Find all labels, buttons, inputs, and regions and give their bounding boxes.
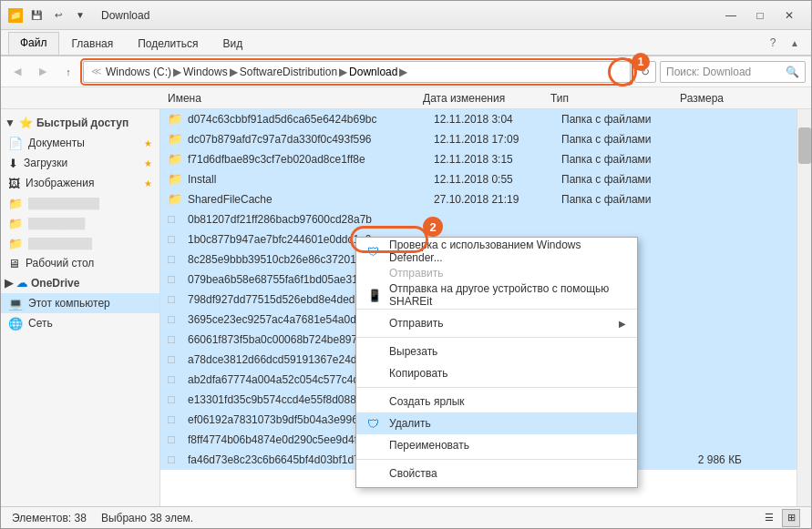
chevron-icon-2: ▶: [5, 277, 13, 290]
path-drive[interactable]: Windows (C:): [106, 66, 171, 78]
file-name: Install: [188, 173, 434, 186]
ctx-defender[interactable]: 🛡 Проверка с использованием Windows Defe…: [356, 240, 637, 262]
downloads-pin-icon: ★: [144, 158, 152, 168]
qat-undo-btn[interactable]: ↩: [48, 5, 68, 25]
scrollbar-thumb[interactable]: [798, 127, 811, 164]
ctx-copy[interactable]: Копировать: [356, 362, 637, 384]
minimize-button[interactable]: —: [716, 1, 745, 30]
list-view-btn[interactable]: ⊞: [782, 509, 800, 527]
folder-icon: 📁: [168, 152, 184, 166]
path-windows[interactable]: Windows: [183, 66, 228, 78]
sidebar-item-blurred3[interactable]: 📁 █████████: [1, 233, 159, 253]
file-generic-icon: □: [168, 432, 184, 446]
file-generic-icon: □: [168, 272, 184, 286]
ctx-delete[interactable]: 🛡 Удалить: [356, 412, 637, 434]
sidebar-item-network[interactable]: 🌐 Сеть: [1, 313, 159, 333]
ctx-send2[interactable]: Отправить ▶: [356, 312, 637, 334]
file-name: d074c63cbbf91ad5d6ca65e6424b69bc: [188, 113, 434, 126]
column-headers: Имена Дата изменения Тип Размера: [1, 87, 811, 109]
defender-icon: 🛡: [367, 245, 382, 259]
chevron-icon: ▼: [5, 117, 15, 129]
qat-save-btn[interactable]: 💾: [26, 5, 46, 25]
search-label: Поиск: Download: [666, 66, 751, 78]
ctx-send1[interactable]: Отправить: [356, 262, 637, 284]
file-type: Папка с файлами: [561, 113, 671, 126]
table-row[interactable]: 📁 Install 12.11.2018 0:55 Папка с файлам…: [160, 169, 797, 189]
folder-icon-3: 📁: [8, 237, 23, 250]
col-date[interactable]: Дата изменения: [416, 92, 543, 105]
forward-button[interactable]: ▶: [32, 61, 54, 83]
folder-icon-2: 📁: [8, 217, 23, 230]
ctx-sep1: [356, 309, 637, 310]
sidebar-item-desktop[interactable]: 🖥 Рабочий стол: [1, 253, 159, 273]
col-name[interactable]: Имена: [160, 92, 416, 105]
ctx-delete-label: Удалить: [389, 417, 431, 430]
file-generic-icon: □: [168, 232, 184, 246]
path-download[interactable]: Download: [349, 66, 397, 78]
search-box[interactable]: Поиск: Download 🔍: [660, 61, 806, 83]
table-row[interactable]: 📁 SharedFileCache 27.10.2018 21:19 Папка…: [160, 189, 797, 209]
annotation-2: 2: [423, 217, 443, 237]
col-size[interactable]: Размера: [653, 92, 735, 105]
ribbon-collapse-button[interactable]: ▲: [786, 34, 804, 52]
help-button[interactable]: ?: [764, 34, 782, 52]
sidebar-item-this-pc[interactable]: 💻 Этот компьютер: [1, 293, 159, 313]
sidebar-quick-access-header[interactable]: ▼ ⭐ Быстрый доступ: [1, 113, 159, 133]
path-softwaredist[interactable]: SoftwareDistribution: [240, 66, 337, 78]
sidebar-item-images[interactable]: 🖼 Изображения ★: [1, 173, 159, 193]
file-name: f71d6dfbae89c3cf7eb020ad8ce1ff8e: [188, 153, 434, 166]
file-date: 12.11.2018 17:09: [434, 133, 561, 146]
quick-access-toolbar: 💾 ↩ ▼: [26, 5, 90, 25]
window-controls: — □ ✕: [716, 1, 804, 30]
ctx-sep4: [356, 459, 637, 460]
folder-icon-1: 📁: [8, 197, 23, 210]
file-generic-icon: □: [168, 412, 184, 426]
ctx-arrow: ▶: [619, 319, 626, 329]
table-row[interactable]: □ 0b81207df21ff286bacb97600cd28a7b: [160, 209, 797, 229]
ctx-properties-label: Свойства: [389, 467, 437, 480]
file-date: 12.11.2018 3:04: [434, 113, 561, 126]
view-controls: ☰ ⊞: [760, 509, 800, 527]
ctx-send2-label: Отправить: [389, 317, 444, 330]
shareit-icon: 📱: [367, 289, 382, 302]
ctx-shortcut-label: Создать ярлык: [389, 395, 465, 408]
file-type: Папка с файлами: [561, 153, 671, 166]
ctx-shortcut[interactable]: Создать ярлык: [356, 391, 637, 412]
file-name: 0b81207df21ff286bacb97600cd28a7b: [188, 213, 434, 226]
tab-home[interactable]: Главная: [60, 33, 126, 55]
tab-view[interactable]: Вид: [211, 33, 254, 55]
ctx-properties[interactable]: Свойства: [356, 463, 637, 484]
sidebar-item-documents[interactable]: 📄 Документы ★: [1, 133, 159, 153]
file-date: 12.11.2018 0:55: [434, 173, 561, 186]
table-row[interactable]: 📁 d074c63cbbf91ad5d6ca65e6424b69bc 12.11…: [160, 109, 797, 129]
qat-menu-btn[interactable]: ▼: [70, 5, 90, 25]
col-type[interactable]: Тип: [543, 92, 653, 105]
sidebar-item-blurred1[interactable]: 📁 ██████████: [1, 193, 159, 213]
table-row[interactable]: 📁 f71d6dfbae89c3cf7eb020ad8ce1ff8e 12.11…: [160, 149, 797, 169]
downloads-label: Загрузки: [24, 157, 67, 169]
ctx-rename[interactable]: Переименовать: [356, 434, 637, 456]
maximize-button[interactable]: □: [745, 1, 775, 30]
ctx-shareit[interactable]: 📱 Отправка на другое устройство с помощь…: [356, 284, 637, 306]
ctx-rename-label: Переименовать: [389, 439, 469, 452]
tab-file[interactable]: Файл: [8, 32, 59, 55]
table-row[interactable]: 📁 dc07b879afd7c97a7da330f0c493f596 12.11…: [160, 129, 797, 149]
file-generic-icon: □: [168, 372, 184, 386]
back-button[interactable]: ◀: [6, 61, 28, 83]
file-type: Папка с файлами: [561, 173, 671, 186]
up-button[interactable]: ↑: [57, 61, 79, 83]
tab-share[interactable]: Поделиться: [126, 33, 210, 55]
sidebar-item-blurred2[interactable]: 📁 ████████: [1, 213, 159, 233]
ctx-cut[interactable]: Вырезать: [356, 341, 637, 362]
close-button[interactable]: ✕: [775, 1, 804, 30]
file-generic-icon: □: [168, 332, 184, 346]
scrollbar[interactable]: [797, 109, 811, 506]
sidebar-item-downloads[interactable]: ⬇ Загрузки ★: [1, 153, 159, 173]
address-box[interactable]: ≪ Windows (C:) ▶ Windows ▶ SoftwareDistr…: [83, 61, 631, 83]
context-menu: 🛡 Проверка с использованием Windows Defe…: [355, 237, 638, 488]
folder-icon: 📁: [168, 112, 184, 126]
file-generic-icon: □: [168, 453, 184, 466]
details-view-btn[interactable]: ☰: [760, 509, 778, 527]
title-folder-icon: 📁: [8, 8, 23, 23]
sidebar-onedrive-header[interactable]: ▶ ☁ OneDrive: [1, 273, 159, 293]
